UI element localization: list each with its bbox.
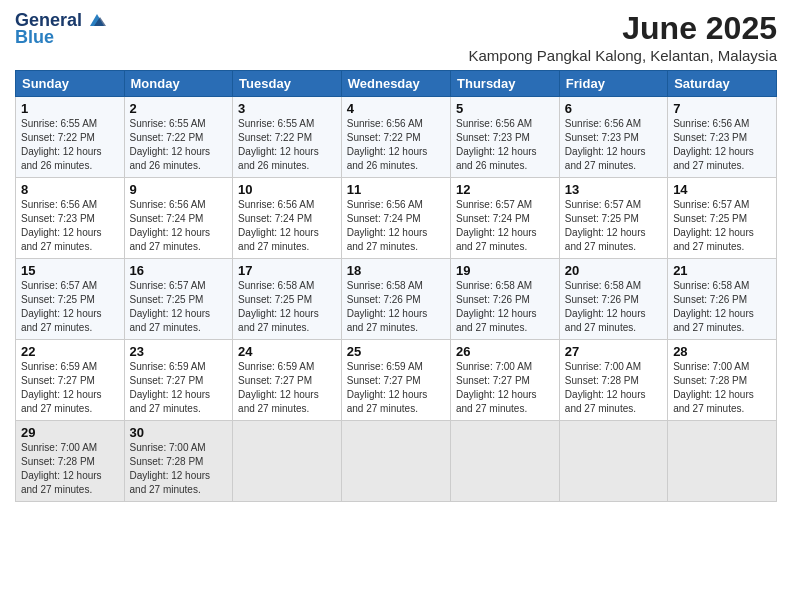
calendar-header-row: SundayMondayTuesdayWednesdayThursdayFrid… xyxy=(16,71,777,97)
day-info: Sunrise: 7:00 AMSunset: 7:27 PMDaylight:… xyxy=(456,361,537,414)
day-info: Sunrise: 6:56 AMSunset: 7:24 PMDaylight:… xyxy=(130,199,211,252)
calendar-cell: 16 Sunrise: 6:57 AMSunset: 7:25 PMDaylig… xyxy=(124,259,233,340)
calendar-cell: 24 Sunrise: 6:59 AMSunset: 7:27 PMDaylig… xyxy=(233,340,342,421)
day-info: Sunrise: 7:00 AMSunset: 7:28 PMDaylight:… xyxy=(565,361,646,414)
logo-icon xyxy=(86,12,108,30)
day-info: Sunrise: 6:55 AMSunset: 7:22 PMDaylight:… xyxy=(238,118,319,171)
logo-blue: Blue xyxy=(15,27,54,48)
day-number: 4 xyxy=(347,101,445,116)
day-info: Sunrise: 6:56 AMSunset: 7:22 PMDaylight:… xyxy=(347,118,428,171)
location-title: Kampong Pangkal Kalong, Kelantan, Malays… xyxy=(468,47,777,64)
day-info: Sunrise: 6:56 AMSunset: 7:24 PMDaylight:… xyxy=(238,199,319,252)
calendar-cell: 18 Sunrise: 6:58 AMSunset: 7:26 PMDaylig… xyxy=(341,259,450,340)
calendar-cell: 3 Sunrise: 6:55 AMSunset: 7:22 PMDayligh… xyxy=(233,97,342,178)
weekday-header-wednesday: Wednesday xyxy=(341,71,450,97)
calendar-cell: 1 Sunrise: 6:55 AMSunset: 7:22 PMDayligh… xyxy=(16,97,125,178)
calendar-cell: 27 Sunrise: 7:00 AMSunset: 7:28 PMDaylig… xyxy=(559,340,667,421)
calendar-cell xyxy=(233,421,342,502)
day-info: Sunrise: 6:56 AMSunset: 7:23 PMDaylight:… xyxy=(673,118,754,171)
calendar-cell: 22 Sunrise: 6:59 AMSunset: 7:27 PMDaylig… xyxy=(16,340,125,421)
day-number: 16 xyxy=(130,263,228,278)
day-number: 17 xyxy=(238,263,336,278)
day-number: 6 xyxy=(565,101,662,116)
calendar-cell: 26 Sunrise: 7:00 AMSunset: 7:27 PMDaylig… xyxy=(451,340,560,421)
calendar-cell: 25 Sunrise: 6:59 AMSunset: 7:27 PMDaylig… xyxy=(341,340,450,421)
calendar-cell xyxy=(559,421,667,502)
day-info: Sunrise: 7:00 AMSunset: 7:28 PMDaylight:… xyxy=(21,442,102,495)
day-number: 27 xyxy=(565,344,662,359)
day-info: Sunrise: 6:56 AMSunset: 7:23 PMDaylight:… xyxy=(456,118,537,171)
calendar-week-3: 15 Sunrise: 6:57 AMSunset: 7:25 PMDaylig… xyxy=(16,259,777,340)
day-number: 12 xyxy=(456,182,554,197)
calendar-cell xyxy=(668,421,777,502)
day-number: 13 xyxy=(565,182,662,197)
day-info: Sunrise: 7:00 AMSunset: 7:28 PMDaylight:… xyxy=(130,442,211,495)
day-info: Sunrise: 6:57 AMSunset: 7:24 PMDaylight:… xyxy=(456,199,537,252)
weekday-header-saturday: Saturday xyxy=(668,71,777,97)
weekday-header-thursday: Thursday xyxy=(451,71,560,97)
calendar-cell: 4 Sunrise: 6:56 AMSunset: 7:22 PMDayligh… xyxy=(341,97,450,178)
title-area: June 2025 Kampong Pangkal Kalong, Kelant… xyxy=(468,10,777,64)
day-number: 15 xyxy=(21,263,119,278)
calendar-cell: 23 Sunrise: 6:59 AMSunset: 7:27 PMDaylig… xyxy=(124,340,233,421)
calendar-cell: 21 Sunrise: 6:58 AMSunset: 7:26 PMDaylig… xyxy=(668,259,777,340)
day-info: Sunrise: 6:58 AMSunset: 7:25 PMDaylight:… xyxy=(238,280,319,333)
calendar-table: SundayMondayTuesdayWednesdayThursdayFrid… xyxy=(15,70,777,502)
calendar-body: 1 Sunrise: 6:55 AMSunset: 7:22 PMDayligh… xyxy=(16,97,777,502)
day-number: 8 xyxy=(21,182,119,197)
calendar-week-1: 1 Sunrise: 6:55 AMSunset: 7:22 PMDayligh… xyxy=(16,97,777,178)
day-info: Sunrise: 6:56 AMSunset: 7:23 PMDaylight:… xyxy=(21,199,102,252)
day-info: Sunrise: 6:58 AMSunset: 7:26 PMDaylight:… xyxy=(673,280,754,333)
day-number: 18 xyxy=(347,263,445,278)
weekday-header-sunday: Sunday xyxy=(16,71,125,97)
day-info: Sunrise: 7:00 AMSunset: 7:28 PMDaylight:… xyxy=(673,361,754,414)
calendar-week-2: 8 Sunrise: 6:56 AMSunset: 7:23 PMDayligh… xyxy=(16,178,777,259)
day-number: 1 xyxy=(21,101,119,116)
day-number: 22 xyxy=(21,344,119,359)
calendar-cell: 2 Sunrise: 6:55 AMSunset: 7:22 PMDayligh… xyxy=(124,97,233,178)
day-info: Sunrise: 6:58 AMSunset: 7:26 PMDaylight:… xyxy=(347,280,428,333)
calendar-cell: 8 Sunrise: 6:56 AMSunset: 7:23 PMDayligh… xyxy=(16,178,125,259)
day-info: Sunrise: 6:55 AMSunset: 7:22 PMDaylight:… xyxy=(21,118,102,171)
day-number: 7 xyxy=(673,101,771,116)
calendar-cell: 9 Sunrise: 6:56 AMSunset: 7:24 PMDayligh… xyxy=(124,178,233,259)
calendar-cell: 5 Sunrise: 6:56 AMSunset: 7:23 PMDayligh… xyxy=(451,97,560,178)
day-number: 29 xyxy=(21,425,119,440)
day-info: Sunrise: 6:58 AMSunset: 7:26 PMDaylight:… xyxy=(565,280,646,333)
calendar-cell: 29 Sunrise: 7:00 AMSunset: 7:28 PMDaylig… xyxy=(16,421,125,502)
calendar-cell: 30 Sunrise: 7:00 AMSunset: 7:28 PMDaylig… xyxy=(124,421,233,502)
day-number: 2 xyxy=(130,101,228,116)
day-info: Sunrise: 6:57 AMSunset: 7:25 PMDaylight:… xyxy=(21,280,102,333)
day-number: 5 xyxy=(456,101,554,116)
day-number: 11 xyxy=(347,182,445,197)
day-info: Sunrise: 6:57 AMSunset: 7:25 PMDaylight:… xyxy=(673,199,754,252)
day-number: 3 xyxy=(238,101,336,116)
day-number: 10 xyxy=(238,182,336,197)
calendar-cell xyxy=(341,421,450,502)
day-number: 30 xyxy=(130,425,228,440)
day-info: Sunrise: 6:55 AMSunset: 7:22 PMDaylight:… xyxy=(130,118,211,171)
calendar-cell: 6 Sunrise: 6:56 AMSunset: 7:23 PMDayligh… xyxy=(559,97,667,178)
day-number: 25 xyxy=(347,344,445,359)
day-number: 19 xyxy=(456,263,554,278)
day-number: 24 xyxy=(238,344,336,359)
day-info: Sunrise: 6:56 AMSunset: 7:23 PMDaylight:… xyxy=(565,118,646,171)
day-info: Sunrise: 6:56 AMSunset: 7:24 PMDaylight:… xyxy=(347,199,428,252)
calendar-week-4: 22 Sunrise: 6:59 AMSunset: 7:27 PMDaylig… xyxy=(16,340,777,421)
day-number: 23 xyxy=(130,344,228,359)
day-number: 26 xyxy=(456,344,554,359)
calendar-cell: 28 Sunrise: 7:00 AMSunset: 7:28 PMDaylig… xyxy=(668,340,777,421)
calendar-cell: 13 Sunrise: 6:57 AMSunset: 7:25 PMDaylig… xyxy=(559,178,667,259)
calendar-cell: 10 Sunrise: 6:56 AMSunset: 7:24 PMDaylig… xyxy=(233,178,342,259)
day-number: 28 xyxy=(673,344,771,359)
day-number: 21 xyxy=(673,263,771,278)
day-info: Sunrise: 6:59 AMSunset: 7:27 PMDaylight:… xyxy=(238,361,319,414)
month-title: June 2025 xyxy=(468,10,777,47)
day-info: Sunrise: 6:58 AMSunset: 7:26 PMDaylight:… xyxy=(456,280,537,333)
calendar-cell: 7 Sunrise: 6:56 AMSunset: 7:23 PMDayligh… xyxy=(668,97,777,178)
calendar-cell: 15 Sunrise: 6:57 AMSunset: 7:25 PMDaylig… xyxy=(16,259,125,340)
weekday-header-tuesday: Tuesday xyxy=(233,71,342,97)
day-number: 9 xyxy=(130,182,228,197)
calendar-cell xyxy=(451,421,560,502)
calendar-cell: 14 Sunrise: 6:57 AMSunset: 7:25 PMDaylig… xyxy=(668,178,777,259)
